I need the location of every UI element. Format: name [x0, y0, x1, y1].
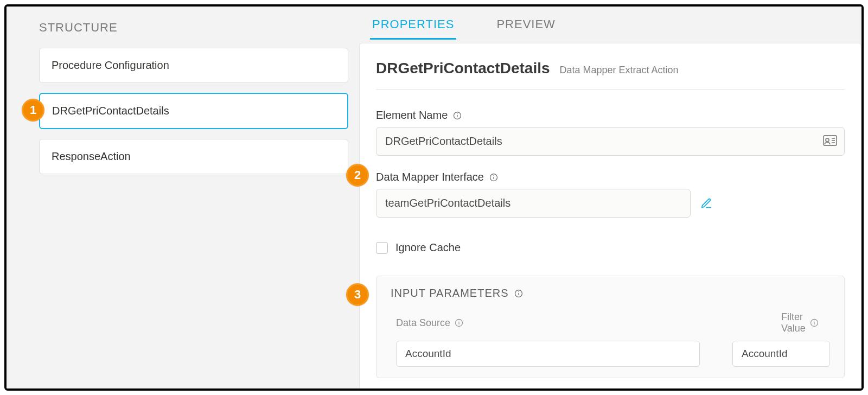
input-parameters-columns: Data Source Filter Value [376, 305, 844, 337]
column-data-source-label: Data Source [396, 317, 450, 329]
structure-item-procedure-configuration[interactable]: Procedure Configuration [39, 48, 348, 83]
element-name-input-wrap [376, 127, 845, 156]
info-icon[interactable] [453, 111, 462, 120]
input-parameters-block: INPUT PARAMETERS Data Source [376, 276, 845, 378]
dm-interface-label-row: Data Mapper Interface [376, 171, 845, 183]
info-icon[interactable] [455, 318, 463, 327]
column-filter-value-label: Filter Value [781, 311, 806, 334]
tab-properties[interactable]: PROPERTIES [370, 14, 456, 40]
callout-marker-2: 2 [346, 164, 369, 187]
element-name-label-row: Element Name [376, 109, 845, 122]
tab-preview[interactable]: PREVIEW [494, 14, 557, 40]
properties-card: DRGetPriContactDetails Data Mapper Extra… [359, 43, 861, 388]
svg-point-2 [457, 113, 458, 114]
ignore-cache-label: Ignore Cache [395, 241, 461, 254]
input-parameters-title: INPUT PARAMETERS [391, 287, 509, 300]
svg-point-16 [458, 321, 459, 321]
properties-title: DRGetPriContactDetails [376, 60, 550, 77]
ignore-cache-checkbox[interactable] [376, 242, 388, 254]
param-filter-value-input[interactable] [732, 341, 830, 367]
structure-panel: STRUCTURE Procedure Configuration DRGetP… [7, 7, 359, 388]
properties-header: DRGetPriContactDetails Data Mapper Extra… [376, 60, 845, 90]
details-panel: PROPERTIES PREVIEW DRGetPriContactDetail… [359, 7, 861, 388]
structure-item-label: Procedure Configuration [52, 59, 169, 71]
structure-item-label: ResponseAction [52, 150, 131, 162]
dm-interface-input[interactable] [376, 189, 691, 218]
properties-subtitle: Data Mapper Extract Action [560, 65, 679, 76]
structure-item-drgetpricontactdetails[interactable]: DRGetPriContactDetails [39, 93, 348, 129]
pencil-icon[interactable] [700, 197, 712, 209]
column-filter-value: Filter Value [781, 311, 835, 334]
input-parameters-row [376, 337, 844, 378]
element-name-input[interactable] [376, 127, 845, 156]
structure-item-responseaction[interactable]: ResponseAction [39, 139, 348, 174]
element-name-label: Element Name [376, 109, 448, 122]
info-icon[interactable] [810, 318, 819, 327]
id-card-icon[interactable] [823, 135, 837, 148]
dm-interface-label: Data Mapper Interface [376, 171, 484, 183]
structure-item-label: DRGetPriContactDetails [52, 105, 169, 117]
structure-heading: STRUCTURE [39, 21, 348, 35]
input-parameters-head: INPUT PARAMETERS [376, 276, 844, 305]
callout-marker-1: 1 [22, 99, 44, 122]
dm-interface-input-row [376, 189, 845, 218]
ignore-cache-row: Ignore Cache [376, 241, 845, 254]
callout-marker-3: 3 [346, 283, 369, 306]
svg-point-19 [814, 321, 814, 321]
info-icon[interactable] [514, 289, 523, 298]
info-icon[interactable] [489, 173, 498, 182]
svg-point-13 [518, 291, 519, 292]
svg-point-10 [493, 175, 494, 176]
svg-point-4 [826, 138, 829, 142]
tabs: PROPERTIES PREVIEW [359, 7, 861, 42]
column-data-source: Data Source [396, 311, 776, 334]
param-data-source-input[interactable] [396, 341, 700, 367]
